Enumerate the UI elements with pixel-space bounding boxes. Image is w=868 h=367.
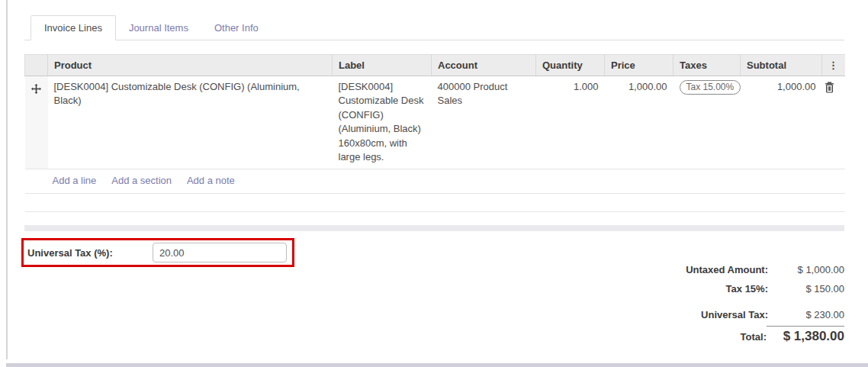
label-cell[interactable]: [DESK0004] Customizable Desk (CONFIG) (A… [333, 76, 432, 169]
total-value: $ 1,380.00 [767, 326, 844, 344]
taxes-cell[interactable]: Tax 15.00% [674, 76, 741, 169]
invoice-lines-table: Product Label Account Quantity Price Tax… [24, 54, 845, 212]
optional-columns-button[interactable]: ⋮ [822, 55, 845, 76]
universal-tax-total-value: $ 230.00 [768, 309, 844, 320]
untaxed-amount-label: Untaxed Amount: [686, 264, 768, 275]
empty-line-row [25, 194, 845, 212]
delete-row-button[interactable] [822, 76, 845, 169]
account-cell[interactable]: 400000 Product Sales [432, 76, 536, 169]
universal-tax-label: Universal Tax (%): [27, 247, 153, 259]
column-header-handle [25, 55, 48, 76]
drag-handle-icon [31, 84, 41, 94]
horizontal-separator [24, 225, 844, 231]
tab-other-info[interactable]: Other Info [201, 16, 272, 40]
price-cell[interactable]: 1,000.00 [605, 76, 674, 169]
tax15-label: Tax 15%: [726, 283, 768, 295]
add-line-link[interactable]: Add a line [53, 175, 97, 186]
annotation-highlight: Universal Tax (%): [21, 238, 294, 267]
totals-summary: Untaxed Amount: $ 1,000.00 Tax 15%: $ 15… [570, 260, 844, 348]
column-header-label: Label [333, 55, 432, 76]
column-header-taxes: Taxes [674, 55, 741, 76]
product-cell[interactable]: [DESK0004] Customizable Desk (CONFIG) (A… [48, 76, 333, 169]
summary-row-universal-tax: Universal Tax: $ 230.00 [570, 305, 844, 324]
invoice-line-row: [DESK0004] Customizable Desk (CONFIG) (A… [25, 76, 845, 169]
column-header-quantity: Quantity [536, 55, 605, 76]
column-header-account: Account [432, 55, 536, 76]
vertical-ellipsis-icon: ⋮ [828, 60, 838, 71]
tab-journal-items[interactable]: Journal Items [116, 16, 201, 40]
untaxed-amount-value: $ 1,000.00 [768, 264, 844, 275]
window-left-border [6, 0, 8, 359]
tax-badge: Tax 15.00% [680, 80, 741, 95]
table-header-row: Product Label Account Quantity Price Tax… [25, 55, 845, 76]
tab-invoice-lines[interactable]: Invoice Lines [31, 15, 116, 40]
add-note-link[interactable]: Add a note [187, 175, 235, 186]
notebook-tab-bar: Invoice Lines Journal Items Other Info [24, 16, 844, 40]
horizontal-scrollbar[interactable] [6, 363, 868, 367]
table-actions-row: Add a line Add a section Add a note [25, 169, 845, 193]
column-header-subtotal: Subtotal [741, 55, 822, 76]
summary-row-untaxed: Untaxed Amount: $ 1,000.00 [570, 260, 844, 279]
summary-row-total: Total: $ 1,380.00 [570, 324, 844, 348]
quantity-cell[interactable]: 1.000 [536, 76, 605, 169]
summary-row-tax15: Tax 15%: $ 150.00 [570, 279, 844, 298]
total-label: Total: [741, 331, 767, 343]
tax15-value: $ 150.00 [768, 283, 844, 295]
add-section-link[interactable]: Add a section [111, 175, 172, 186]
universal-tax-total-label: Universal Tax: [701, 309, 768, 320]
column-header-price: Price [605, 55, 674, 76]
subtotal-cell: 1,000.00 [741, 76, 822, 169]
universal-tax-input[interactable] [153, 243, 287, 262]
trash-icon [825, 82, 834, 93]
column-header-product: Product [48, 55, 333, 76]
row-drag-handle[interactable] [25, 76, 48, 169]
